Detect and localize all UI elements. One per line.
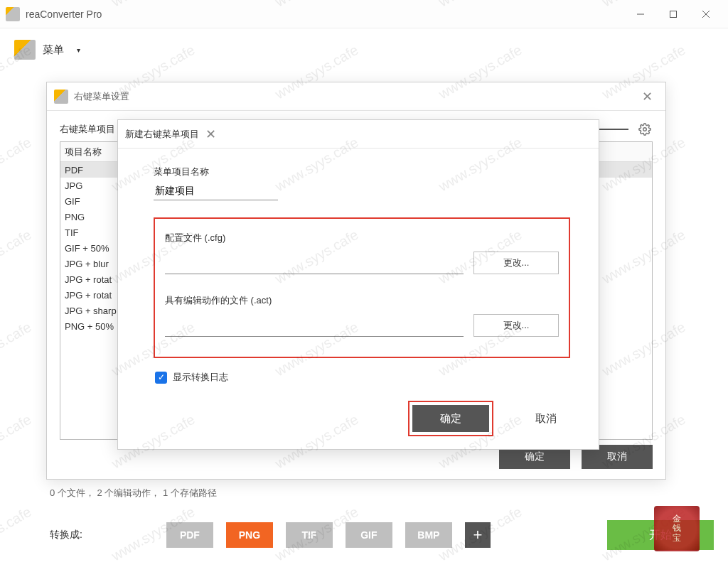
cfg-label: 配置文件 (.cfg) [165, 232, 559, 244]
format-bmp[interactable]: BMP [405, 522, 452, 548]
ok-highlight-frame: 确定 [408, 401, 493, 436]
show-log-checkbox[interactable]: ✓ 显示转换日志 [155, 371, 570, 384]
format-tif[interactable]: TIF [286, 522, 333, 548]
gear-icon[interactable] [637, 122, 653, 137]
dialog2-title: 新建右键菜单项目 [125, 128, 199, 141]
seal-stamp: 金钱宝 [654, 506, 700, 551]
dialog1-title: 右键菜单设置 [74, 90, 636, 103]
main-titlebar: reaConverter Pro [0, 0, 728, 28]
dialog1-icon [54, 90, 68, 104]
act-label: 具有编辑动作的文件 (.act) [165, 294, 559, 307]
dialog1-subheading: 右键菜单项目 [60, 123, 115, 136]
name-input[interactable] [154, 183, 278, 200]
chevron-down-icon: ▾ [77, 46, 80, 54]
dialog2-titlebar: 新建右键菜单项目 ✕ [118, 120, 599, 148]
close-button[interactable] [690, 3, 722, 26]
status-text: 0 个文件， 2 个编辑动作， 1 个存储路径 [50, 487, 217, 500]
dialog1-close-button[interactable]: ✕ [636, 85, 658, 108]
menu-icon [14, 40, 36, 60]
dialog2-cancel-button[interactable]: 取消 [508, 405, 584, 432]
format-pdf[interactable]: PDF [166, 522, 213, 548]
app-title: reaConverter Pro [26, 9, 624, 20]
add-format-button[interactable]: + [465, 522, 491, 548]
format-gif[interactable]: GIF [346, 522, 392, 548]
svg-rect-1 [670, 11, 677, 17]
dialog2-close-button[interactable]: ✕ [199, 123, 222, 146]
highlight-frame: 配置文件 (.cfg) 更改... 具有编辑动作的文件 (.act) 更改... [154, 217, 570, 358]
menubar: 菜单 ▾ [0, 28, 728, 71]
cfg-input[interactable] [165, 254, 464, 274]
menu-button[interactable]: 菜单 [43, 43, 64, 57]
app-icon [6, 7, 20, 21]
cfg-change-button[interactable]: 更改... [473, 252, 559, 274]
act-change-button[interactable]: 更改... [473, 314, 559, 337]
format-png[interactable]: PNG [226, 522, 273, 548]
svg-point-4 [643, 128, 647, 131]
dialog1-titlebar: 右键菜单设置 ✕ [47, 82, 665, 111]
minimize-button[interactable] [624, 3, 657, 26]
act-input[interactable] [165, 317, 464, 337]
convert-bar: 转换成: PDF PNG TIF GIF BMP + 开始 [0, 517, 728, 553]
checkbox-checked-icon: ✓ [155, 372, 167, 384]
new-menu-item-dialog: 新建右键菜单项目 ✕ 菜单项目名称 配置文件 (.cfg) 更改... 具有编辑… [117, 119, 599, 450]
maximize-button[interactable] [657, 3, 690, 26]
name-label: 菜单项目名称 [154, 166, 570, 178]
show-log-label: 显示转换日志 [173, 371, 228, 384]
dialog2-ok-button[interactable]: 确定 [412, 405, 489, 432]
convert-label: 转换成: [50, 529, 82, 541]
